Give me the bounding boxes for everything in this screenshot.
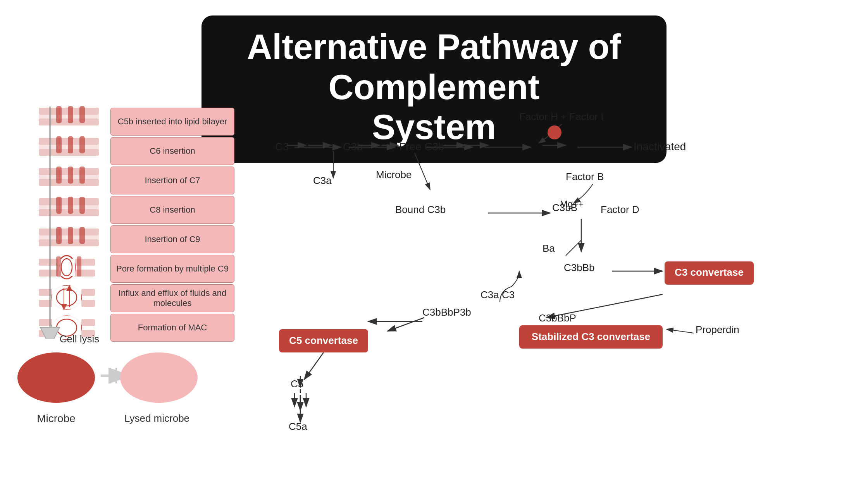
cell-lysis-label: Cell lysis xyxy=(46,333,112,345)
svg-text:C3 convertase: C3 convertase xyxy=(675,266,744,278)
svg-rect-17 xyxy=(79,167,85,184)
step-4: C8 insertion xyxy=(110,196,234,224)
svg-rect-4 xyxy=(68,106,73,123)
svg-text:C3bBb: C3bBb xyxy=(564,262,595,273)
svg-rect-29 xyxy=(79,227,85,244)
step-8: Formation of MAC xyxy=(110,314,234,342)
steps-column: C5b inserted into lipid bilayer C6 inser… xyxy=(110,105,234,342)
svg-text:C3: C3 xyxy=(275,141,289,153)
down-arrow-left xyxy=(36,107,64,339)
svg-rect-11 xyxy=(79,136,85,153)
svg-rect-40 xyxy=(81,289,95,296)
svg-text:C5 convertase: C5 convertase xyxy=(289,335,358,346)
pathway-diagram: C3 C3b Free C3b Inactivated C3a Microbe … xyxy=(256,101,852,488)
step-3: Insertion of C7 xyxy=(110,167,234,194)
svg-text:Factor H + Factor I: Factor H + Factor I xyxy=(519,111,603,122)
svg-line-69 xyxy=(415,153,430,190)
svg-text:Microbe: Microbe xyxy=(376,169,412,180)
lysed-microbe-label: Lysed microbe xyxy=(118,412,196,424)
svg-text:Stabilized C3 convertase: Stabilized C3 convertase xyxy=(532,331,650,342)
svg-text:C3: C3 xyxy=(502,289,515,301)
svg-rect-16 xyxy=(68,167,73,184)
step-5: Insertion of C9 xyxy=(110,225,234,253)
svg-text:Factor B: Factor B xyxy=(566,171,604,182)
microbe-ellipse xyxy=(17,352,95,403)
svg-rect-38 xyxy=(77,256,81,277)
svg-line-116 xyxy=(388,318,424,331)
svg-text:C5: C5 xyxy=(291,378,303,390)
svg-text:Factor D: Factor D xyxy=(601,204,639,215)
svg-text:Bound C3b: Bound C3b xyxy=(395,204,446,215)
step-6: Pore formation by multiple C9 xyxy=(110,255,234,283)
svg-text:C5a: C5a xyxy=(289,421,307,432)
svg-text:C3bBbP3b: C3bBbP3b xyxy=(422,306,471,318)
svg-text:Free C3b: Free C3b xyxy=(399,141,444,153)
svg-rect-10 xyxy=(68,136,73,153)
svg-rect-42 xyxy=(81,300,95,307)
svg-text:C3bBbP: C3bBbP xyxy=(539,312,576,324)
svg-text:C3b: C3b xyxy=(343,141,363,153)
svg-text:C3bB: C3bB xyxy=(552,202,577,213)
svg-rect-28 xyxy=(68,227,73,244)
lysed-microbe-ellipse xyxy=(120,352,198,403)
svg-rect-23 xyxy=(79,197,85,214)
svg-point-100 xyxy=(548,125,561,139)
svg-line-76 xyxy=(304,352,324,380)
svg-line-72 xyxy=(566,240,581,256)
microbe-label: Microbe xyxy=(29,412,83,425)
step-1: C5b inserted into lipid bilayer xyxy=(110,108,234,136)
svg-rect-22 xyxy=(68,197,73,214)
step-2: C6 insertion xyxy=(110,137,234,165)
svg-rect-5 xyxy=(79,106,85,123)
svg-text:C3a: C3a xyxy=(480,289,499,301)
svg-text:Inactivated: Inactivated xyxy=(634,141,686,153)
svg-text:Ba: Ba xyxy=(542,242,555,254)
title-line1: Alternative Pathway of Complement xyxy=(247,27,621,107)
svg-rect-49 xyxy=(81,319,95,326)
svg-text:C3a: C3a xyxy=(313,175,332,186)
svg-line-78 xyxy=(666,329,694,333)
step-7: Influx and efflux of fluids and molecule… xyxy=(110,284,234,312)
svg-text:Properdin: Properdin xyxy=(696,324,739,335)
